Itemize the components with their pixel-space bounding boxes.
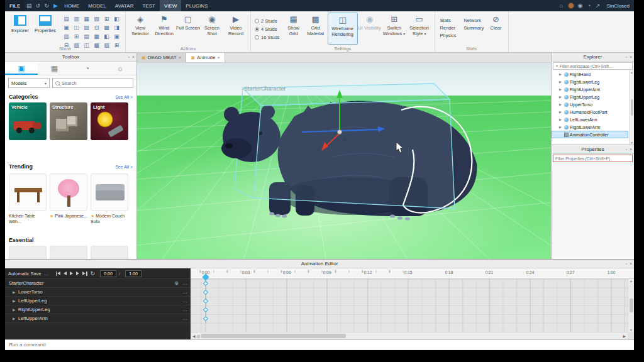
stud-option-4[interactable]: 4 Studs [255,26,280,32]
expander-icon[interactable]: ▶ [559,80,563,84]
avatar[interactable] [568,3,574,9]
close-panel-icon[interactable]: × [630,261,632,266]
scroll-thumb[interactable] [631,99,633,116]
next-frame-button[interactable] [76,272,79,275]
tree-item[interactable]: ▶ LeftLowerArm [552,116,628,123]
add-track-icon[interactable]: ⊕ [174,280,179,286]
grid-material-button[interactable]: ▩ Grid Material [304,13,328,45]
summary-toggle[interactable]: Summary [464,25,484,31]
tab-dead-meat[interactable]: ▣ DEAD MEAT × [137,53,186,62]
timeline-vscrollbar[interactable]: ▲ ▼ [628,279,634,332]
scroll-down-icon[interactable]: ▼ [630,141,633,145]
tree-item[interactable]: ▶ RightUpperLeg [552,93,628,101]
tree-item[interactable]: ▶ RightHand [552,70,628,78]
panel-toggle-icon[interactable]: ▤ [82,32,91,40]
tab-view[interactable]: VIEW [160,0,181,11]
expander-icon[interactable]: ▶ [559,118,563,121]
timeline-hscrollbar[interactable]: ◀ (|) ▶ [191,332,628,339]
expander-icon[interactable]: ▶ [559,102,563,106]
stud-option-16[interactable]: 16 Studs [255,35,280,40]
expander-icon[interactable]: ▶ [13,316,16,321]
track-row-root[interactable]: StarterCharacter ⊕ … [5,279,191,288]
ui-visibility-button[interactable]: ◉ UI Visibility [358,13,382,45]
panel-toggle-icon[interactable]: ⊞ [72,32,81,40]
tab-creations[interactable]: ☼ [104,62,136,75]
tab-animate[interactable]: ▣ Animate × [186,53,225,62]
expander-icon[interactable]: ▶ [559,87,563,91]
trending-item-sofa[interactable] [91,173,128,211]
panel-toggle-icon[interactable]: ⊞ [102,14,111,23]
category-card-vehicle[interactable]: Vehicle [9,102,47,140]
panel-toggle-icon[interactable]: ⊟ [92,23,101,31]
render-toggle[interactable]: Render [440,25,457,31]
close-panel-icon[interactable]: × [630,147,632,151]
panel-toggle-icon[interactable]: ▦ [82,14,91,23]
panel-toggle-icon[interactable]: ◧ [102,32,111,40]
category-dropdown[interactable]: Models ▾ [8,78,50,88]
scroll-thumb[interactable] [630,299,633,312]
tree-item[interactable]: ▶ UpperTorso [552,101,628,108]
float-panel-icon[interactable]: ▫ [625,147,626,151]
track-row[interactable]: ▶ LeftUpperLeg … [5,297,191,305]
close-tab-icon[interactable]: × [217,55,220,60]
gizmo-center[interactable] [338,130,342,134]
view-selector-button[interactable]: ◈ View Selector [128,13,152,45]
trending-item-label[interactable]: ★ Modern Couch Sofa [91,213,128,224]
file-menu[interactable]: FILE [5,0,25,11]
command-input[interactable] [9,342,630,348]
wind-direction-button[interactable]: ⚑ Wind Direction [152,13,176,45]
home-icon[interactable]: ⌂ [557,3,566,9]
autosave-dropdown[interactable]: Automatic Save [8,271,42,277]
stats-toggle[interactable]: Stats [440,18,457,23]
previous-frame-button[interactable] [64,272,67,275]
tab-test[interactable]: TEST [138,0,159,11]
panel-toggle-icon[interactable]: ▤ [62,14,71,23]
panel-toggle-icon[interactable]: ▣ [112,32,121,40]
physics-toggle[interactable]: Physics [440,33,457,38]
expander-icon[interactable]: ▶ [13,307,16,312]
panel-toggle-icon[interactable]: ▥ [62,32,71,40]
skip-to-start-button[interactable] [56,272,61,276]
zoom-handle-icon[interactable]: (|) [197,334,201,338]
switch-windows-button[interactable]: ⊞ Switch Windows ▾ [382,13,407,45]
panel-toggle-icon[interactable]: ▥ [72,14,81,23]
explorer-filter-input[interactable] [560,64,630,69]
trending-item-label[interactable]: ★ Pink Japanese... [50,213,87,224]
float-panel-icon[interactable]: ▫ [625,55,626,59]
loop-icon[interactable]: ↻ [91,271,96,277]
selection-style-button[interactable]: ▭ Selection Style ▾ [407,13,432,45]
track-options-icon[interactable]: … [182,289,187,295]
close-panel-icon[interactable]: × [132,55,135,59]
properties-button[interactable]: Properties [33,13,58,45]
essential-item[interactable] [91,246,128,259]
scroll-thumb[interactable] [201,334,346,338]
panel-toggle-icon[interactable]: ▩ [102,23,111,31]
scroll-right-icon[interactable]: ▶ [623,334,626,338]
explorer-button[interactable]: Explorer [8,13,33,45]
trending-item-tree[interactable] [50,173,87,211]
tab-avatar[interactable]: AVATAR [111,0,138,11]
account-button[interactable]: SinClosed [602,0,634,11]
timeline-ruler[interactable]: 0:00 0:03 0:06 0:09 0:12 0:15 0:18 0:21 … [191,268,634,279]
toolbox-search-input[interactable] [62,80,130,86]
essential-item[interactable] [50,246,87,259]
expander-icon[interactable]: ▶ [559,72,563,76]
expander-icon[interactable]: ▶ [559,125,563,129]
category-card-structure[interactable]: Structure [50,102,87,140]
categories-see-all-link[interactable]: See All > [115,95,133,99]
panel-toggle-icon[interactable]: ▨ [82,23,91,31]
essential-item[interactable] [9,246,47,259]
tab-inventory[interactable]: ▦ [38,62,70,75]
expander-icon[interactable]: ▶ [559,95,563,99]
track-row[interactable]: ▶ RightUpperLeg … [5,305,191,314]
current-time-field[interactable]: 0:00 [100,270,116,277]
tab-recent[interactable]: ◔ [71,62,104,75]
more-options-icon[interactable]: … [44,271,50,277]
trending-item-table[interactable] [9,173,47,211]
undo-icon[interactable]: ↺ [33,3,42,9]
tree-item[interactable]: ▶ RightLowerLeg [552,78,628,85]
panel-toggle-icon[interactable]: ◧ [112,14,121,23]
total-time-field[interactable]: 1:00 [125,270,142,277]
screen-shot-button[interactable]: ◉ Screen Shot [200,13,224,45]
trending-see-all-link[interactable]: See All > [115,165,133,169]
